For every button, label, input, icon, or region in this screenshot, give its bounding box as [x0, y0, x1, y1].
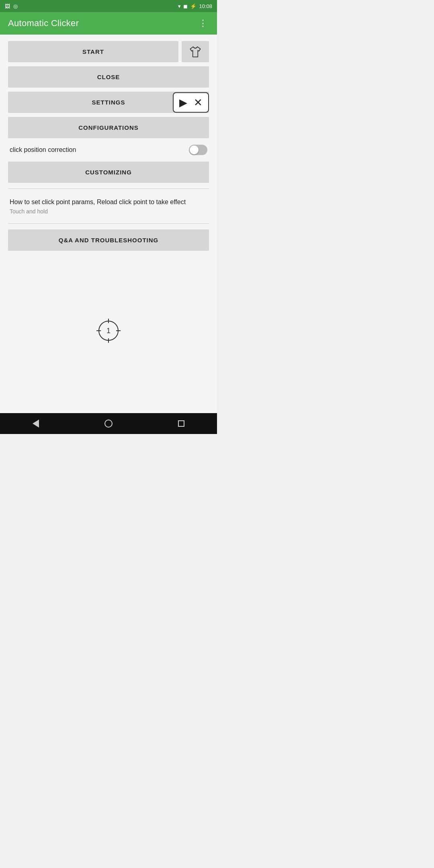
- recent-button[interactable]: [168, 417, 194, 430]
- bottom-nav: [0, 413, 217, 434]
- settings-row: SETTINGS ▶ ✕: [8, 92, 209, 113]
- start-button[interactable]: START: [8, 41, 178, 62]
- start-row: START: [8, 41, 209, 62]
- app-bar: Automatic Clicker ⋮: [0, 12, 217, 35]
- info-sub-text: Touch and hold: [10, 208, 207, 215]
- click-position-toggle[interactable]: [189, 145, 207, 155]
- crosshair-area: 1: [8, 255, 209, 407]
- shirt-icon: [188, 45, 203, 59]
- svg-text:1: 1: [106, 327, 111, 335]
- shirt-button[interactable]: [182, 41, 209, 62]
- main-content: START CLOSE SETTINGS ▶ ✕ CONFIGURATIONS …: [0, 35, 217, 413]
- home-icon: [104, 420, 113, 428]
- qa-button[interactable]: Q&A AND TROUBLESHOOTING: [8, 229, 209, 251]
- back-button[interactable]: [23, 416, 49, 431]
- signal-icon: ◼: [183, 3, 188, 9]
- recent-icon: [178, 420, 184, 427]
- divider-1: [8, 188, 209, 189]
- status-bar: 🖼 ◎ ▾ ◼ ⚡ 10:08: [0, 0, 217, 12]
- close-button[interactable]: CLOSE: [8, 66, 209, 88]
- more-menu-icon[interactable]: ⋮: [197, 16, 209, 30]
- back-icon: [33, 420, 39, 428]
- crosshair-icon: 1: [94, 317, 123, 345]
- customizing-button[interactable]: CUSTOMIZING: [8, 162, 209, 183]
- photo-icon: 🖼: [5, 3, 10, 9]
- toggle-row: click position correction: [8, 142, 209, 158]
- toggle-label: click position correction: [10, 146, 76, 154]
- info-row[interactable]: How to set click point params, Reload cl…: [8, 194, 209, 218]
- wifi-icon: ▾: [178, 3, 181, 9]
- info-main-text: How to set click point params, Reload cl…: [10, 198, 207, 207]
- divider-2: [8, 223, 209, 224]
- circle-icon: ◎: [13, 3, 18, 9]
- app-title: Automatic Clicker: [8, 18, 79, 29]
- battery-icon: ⚡: [190, 3, 197, 9]
- status-bar-right: ▾ ◼ ⚡ 10:08: [178, 3, 212, 9]
- configurations-button[interactable]: CONFIGURATIONS: [8, 117, 209, 138]
- status-time: 10:08: [199, 3, 212, 9]
- close-overlay-icon[interactable]: ✕: [194, 96, 203, 108]
- home-button[interactable]: [95, 416, 122, 431]
- status-bar-left: 🖼 ◎: [5, 3, 18, 9]
- play-icon[interactable]: ▶: [179, 96, 187, 108]
- toggle-knob: [190, 145, 199, 154]
- play-close-overlay[interactable]: ▶ ✕: [173, 92, 209, 113]
